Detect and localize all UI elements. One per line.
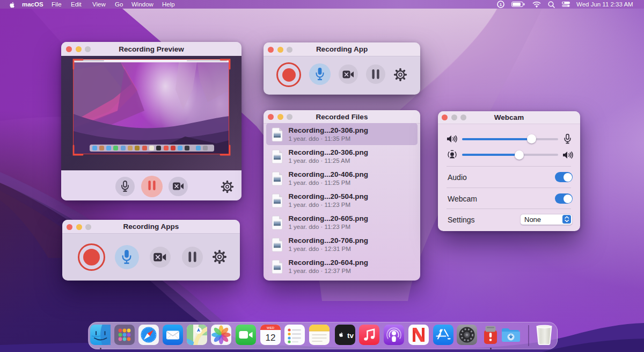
svg-text:tv: tv bbox=[347, 332, 354, 340]
svg-text:1: 1 bbox=[500, 2, 502, 7]
svg-text:12: 12 bbox=[266, 333, 276, 343]
svg-text:WED: WED bbox=[267, 326, 275, 329]
